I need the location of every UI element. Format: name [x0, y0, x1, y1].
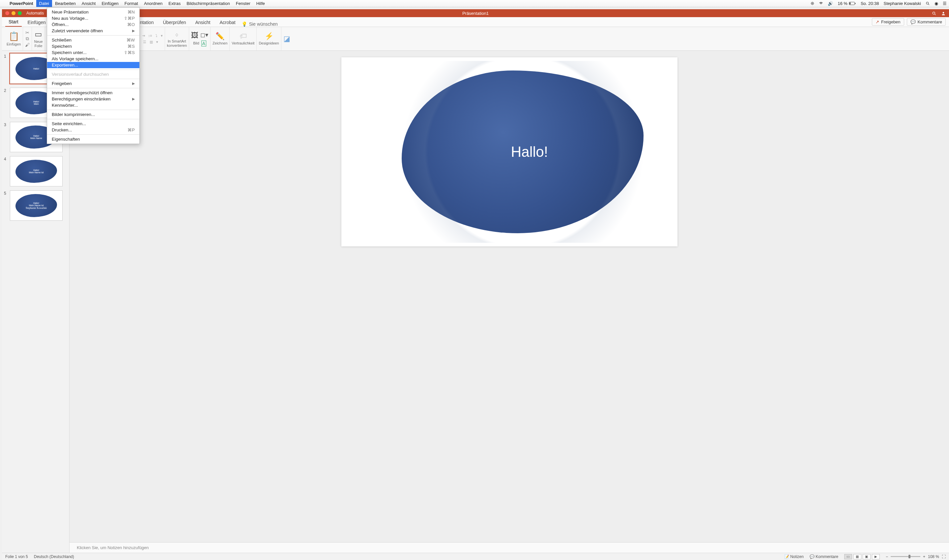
menu-item-berechtigungen-einschr-nken[interactable]: Berechtigungen einschränken▶ [47, 96, 139, 102]
menu-item-eigenschaften[interactable]: Eigenschaften [47, 136, 139, 142]
menu-item-speichern-unter[interactable]: Speichern unter...⇧⌘S [47, 49, 139, 56]
titlebar-search-icon[interactable] [932, 11, 937, 16]
minimize-window[interactable] [12, 11, 15, 15]
justify-icon[interactable]: ☰ [143, 40, 146, 44]
app-name[interactable]: PowerPoint [6, 1, 36, 6]
zoom-out-button[interactable]: − [886, 554, 888, 559]
menu-item-als-vorlage-speichern[interactable]: Als Vorlage speichern... [47, 56, 139, 62]
clock[interactable]: So. 20:38 [858, 1, 881, 6]
share-button[interactable]: ↗ Freigeben [872, 18, 904, 26]
file-menu-dropdown: Neue Präsentation⌘NNeu aus Vorlage...⇧⌘P… [47, 7, 140, 144]
sorter-view-button[interactable]: ▦ [853, 554, 861, 559]
menu-ansicht[interactable]: Ansicht [79, 0, 99, 7]
copy-icon[interactable]: ⧉ [26, 36, 29, 42]
menu-bearbeiten[interactable]: Bearbeiten [52, 0, 79, 7]
columns-icon[interactable]: ▥ [149, 40, 153, 44]
thumb-3-line2: Mein Name [30, 137, 42, 139]
reading-view-button[interactable]: ▣ [863, 554, 870, 559]
comments-label: Kommentare [918, 20, 942, 25]
menu-item-label: Neu aus Vorlage... [52, 16, 124, 21]
tab-acrobat[interactable]: Acrobat [216, 18, 239, 27]
menu-datei[interactable]: Datei [36, 0, 52, 7]
svg-rect-1 [855, 3, 855, 4]
menu-item-label: Immer schreibgeschützt öffnen [52, 90, 135, 95]
draw-group[interactable]: ✏️ Zeichnen [211, 27, 230, 51]
control-center-icon[interactable]: ☰ [940, 1, 949, 6]
zoom-level[interactable]: 108 % [928, 554, 939, 559]
slide-canvas[interactable]: Hallo! [341, 57, 678, 246]
siri-icon[interactable]: ◉ [932, 1, 940, 6]
volume-icon[interactable]: 🔊 [826, 1, 835, 6]
spotlight-icon[interactable] [923, 1, 932, 6]
shape-dropdown-icon[interactable]: ◻▾ [200, 31, 208, 40]
design-ideas-group[interactable]: ⚡ Designideen [257, 27, 281, 51]
tab-ueberpruefen[interactable]: Überprüfen [159, 18, 189, 27]
menu-item-zuletzt-verwendete-ffnen[interactable]: Zuletzt verwendete öffnen▶ [47, 28, 139, 34]
ribbon: 📋 Einfügen ✂ ⧉ 🖌 ▭ Neue Folie A↑ [2, 27, 949, 51]
menu-item-neue-pr-sentation[interactable]: Neue Präsentation⌘N [47, 9, 139, 15]
menu-extras[interactable]: Extras [165, 0, 183, 7]
tell-me[interactable]: 💡 Sie wünschen [242, 22, 278, 27]
wifi-icon[interactable] [817, 1, 826, 6]
comments-toggle-label: Kommentare [815, 554, 838, 559]
text-direction-icon[interactable]: ⤵ [156, 34, 157, 38]
new-slide-group[interactable]: ▭ Neue Folie [32, 27, 45, 51]
menu-item-ffnen[interactable]: Öffnen...⌘O [47, 22, 139, 28]
slide-counter: Folie 1 von 5 [5, 554, 28, 559]
ribbon-tabs: Start Einfügen … … ationen Bildschirmprä… [2, 17, 949, 27]
menu-fenster[interactable]: Fenster [233, 0, 253, 7]
slide-title-text[interactable]: Hallo! [511, 144, 548, 160]
line-spacing-icon[interactable]: ↕≡ [148, 34, 152, 38]
notes-toggle[interactable]: 📝 Notizen [784, 554, 804, 559]
close-window[interactable] [5, 11, 9, 15]
menu-format[interactable]: Format [122, 0, 141, 7]
comments-button[interactable]: 💬 Kommentare [907, 18, 946, 26]
menu-item-immer-schreibgesch-tzt-ffnen[interactable]: Immer schreibgeschützt öffnen [47, 89, 139, 96]
comments-toggle[interactable]: 💬 Kommentare [810, 554, 838, 559]
slide-thumb-5[interactable]: Hallo!Mein Name istStephanie Kowalski [10, 191, 63, 221]
tab-start[interactable]: Start [5, 17, 22, 27]
tab-ansicht[interactable]: Ansicht [192, 18, 214, 27]
menu-item-label: Drucken... [52, 128, 128, 132]
zoom-slider[interactable] [890, 556, 920, 557]
paste-icon: 📋 [9, 31, 19, 42]
menu-item-exportieren[interactable]: Exportieren... [47, 62, 139, 68]
slide-thumb-4[interactable]: Hallo!Mein Name ist [10, 156, 63, 186]
menu-bildschirmpraesentation[interactable]: Bildschirmpräsentation [183, 0, 233, 7]
menu-item-speichern[interactable]: Speichern⌘S [47, 43, 139, 49]
share-icon: ↗ [875, 20, 879, 25]
more-para-icon[interactable]: ▾ [156, 40, 158, 44]
menu-item-bilder-komprimieren[interactable]: Bilder komprimieren... [47, 111, 139, 118]
menu-item-freigeben[interactable]: Freigeben▶ [47, 80, 139, 87]
align-text-icon[interactable]: ▾ [161, 34, 163, 38]
format-painter-icon[interactable]: 🖌 [25, 42, 30, 48]
notes-pane[interactable]: Klicken Sie, um Notizen hinzuzufügen [69, 542, 949, 553]
menu-item-kennw-rter[interactable]: Kennwörter... [47, 102, 139, 108]
menu-hilfe[interactable]: Hilfe [253, 0, 268, 7]
picture-group[interactable]: 🖼 ◻▾ Bild A [189, 27, 211, 51]
paste-group[interactable]: 📋 Einfügen [5, 27, 23, 51]
battery-status[interactable]: 16 % [835, 1, 858, 6]
menu-item-drucken[interactable]: Drucken...⌘P [47, 127, 139, 133]
titlebar-user-icon[interactable] [941, 11, 946, 16]
fit-to-window-button[interactable]: ⛶ [942, 554, 946, 559]
bluetooth-icon[interactable]: ❊ [808, 1, 817, 6]
normal-view-button[interactable]: ▭ [844, 554, 852, 559]
cut-icon[interactable]: ✂ [25, 30, 29, 35]
menu-einfuegen[interactable]: Einfügen [99, 0, 121, 7]
tab-einfuegen[interactable]: Einfügen [25, 18, 49, 27]
textbox-icon[interactable]: A [201, 40, 206, 46]
thumb-number: 4 [4, 156, 8, 186]
canvas-scroll[interactable]: Hallo! [69, 51, 949, 542]
menu-anordnen[interactable]: Anordnen [141, 0, 165, 7]
menu-item-neu-aus-vorlage[interactable]: Neu aus Vorlage...⇧⌘P [47, 15, 139, 22]
indent-icon[interactable]: ⇥ [142, 34, 145, 38]
zoom-in-button[interactable]: + [923, 554, 925, 559]
shapes-extra-group[interactable]: ◪ [281, 27, 292, 51]
zoom-window[interactable] [18, 11, 22, 15]
language-status[interactable]: Deutsch (Deutschland) [34, 554, 74, 559]
menu-item-schlie-en[interactable]: Schließen⌘W [47, 37, 139, 43]
slideshow-view-button[interactable]: ▶ [872, 554, 880, 559]
menu-item-seite-einrichten[interactable]: Seite einrichten... [47, 120, 139, 127]
user-name[interactable]: Stephanie Kowalski [881, 1, 923, 6]
